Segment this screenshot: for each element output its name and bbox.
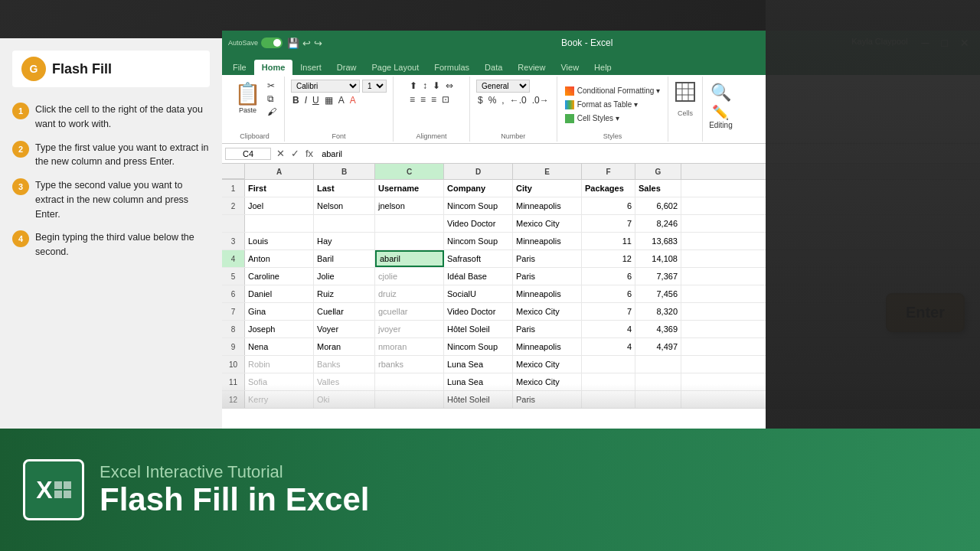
percent-button[interactable]: % xyxy=(487,94,498,106)
cell-g5[interactable]: 7,367 xyxy=(635,268,681,285)
cell-a11[interactable]: Sofia xyxy=(245,373,314,390)
cell-b3[interactable]: Hay xyxy=(314,233,375,249)
underline-button[interactable]: U xyxy=(311,94,321,106)
cell-d11[interactable]: Luna Sea xyxy=(444,373,513,390)
cell-b5[interactable]: Jolie xyxy=(314,268,375,285)
tab-insert[interactable]: Insert xyxy=(292,60,329,75)
redo-icon[interactable]: ↪ xyxy=(314,37,322,49)
cell-a5[interactable]: Caroline xyxy=(245,268,314,285)
cell-c7[interactable]: gcuellar xyxy=(375,303,444,320)
cell-d9[interactable]: Nincom Soup xyxy=(444,338,513,355)
cell-a8[interactable]: Joseph xyxy=(245,321,314,337)
cell-g8[interactable]: 4,369 xyxy=(635,321,681,337)
align-left-button[interactable]: ≡ xyxy=(408,93,416,106)
cell-e11[interactable]: Mexico City xyxy=(513,373,582,390)
cell-e2b[interactable]: Mexico City xyxy=(513,215,582,232)
cell-a2b[interactable] xyxy=(245,215,314,232)
tab-view[interactable]: View xyxy=(553,60,586,75)
cell-g6[interactable]: 7,456 xyxy=(635,285,681,302)
cell-f5[interactable]: 6 xyxy=(582,268,635,285)
cell-f3[interactable]: 11 xyxy=(582,233,635,249)
cell-b11[interactable]: Valles xyxy=(314,373,375,390)
cell-e4[interactable]: Paris xyxy=(513,250,582,267)
wrap-text-button[interactable]: ⇔ xyxy=(444,80,455,92)
cell-e2[interactable]: Minneapolis xyxy=(513,197,582,214)
decrease-decimal-button[interactable]: ←.0 xyxy=(508,94,528,106)
cell-reference-input[interactable] xyxy=(225,148,271,160)
cell-e7[interactable]: Mexico City xyxy=(513,303,582,320)
cell-g7[interactable]: 8,320 xyxy=(635,303,681,320)
cancel-formula-button[interactable]: ✕ xyxy=(274,148,287,159)
autosave-toggle[interactable] xyxy=(261,37,283,48)
undo-icon[interactable]: ↩ xyxy=(302,37,311,49)
cell-d1[interactable]: Company xyxy=(444,180,513,197)
tab-home[interactable]: Home xyxy=(254,60,293,75)
cell-g1[interactable]: Sales xyxy=(635,180,681,197)
fill-color-button[interactable]: A xyxy=(337,94,346,106)
col-header-e[interactable]: E xyxy=(513,164,582,179)
comma-button[interactable]: , xyxy=(500,94,505,106)
conditional-formatting-button[interactable]: Conditional Formatting ▾ xyxy=(562,86,663,96)
cell-a4[interactable]: Anton xyxy=(245,250,314,267)
align-right-button[interactable]: ≡ xyxy=(430,93,438,106)
cell-e12[interactable]: Paris xyxy=(513,391,582,408)
number-format-select[interactable]: General xyxy=(476,80,530,93)
paste-button[interactable]: 📋 Paste xyxy=(231,80,264,116)
cell-c2[interactable]: jnelson xyxy=(375,197,444,214)
cell-e10[interactable]: Mexico City xyxy=(513,356,582,373)
bold-button[interactable]: B xyxy=(291,94,301,106)
cell-g3[interactable]: 13,683 xyxy=(635,233,681,249)
cell-f9[interactable]: 4 xyxy=(582,338,635,355)
cell-b12[interactable]: Oki xyxy=(314,391,375,408)
cell-g10[interactable] xyxy=(635,356,681,373)
border-button[interactable]: ▦ xyxy=(323,94,335,106)
cell-f2b[interactable]: 7 xyxy=(582,215,635,232)
cell-a9[interactable]: Nena xyxy=(245,338,314,355)
cell-a12[interactable]: Kerry xyxy=(245,391,314,408)
cell-d6[interactable]: SocialU xyxy=(444,285,513,302)
cell-c8[interactable]: jvoyer xyxy=(375,321,444,337)
cell-a7[interactable]: Gina xyxy=(245,303,314,320)
cell-c9[interactable]: nmoran xyxy=(375,338,444,355)
cell-f6[interactable]: 6 xyxy=(582,285,635,302)
col-header-g[interactable]: G xyxy=(635,164,681,179)
cell-e1[interactable]: City xyxy=(513,180,582,197)
cell-a10[interactable]: Robin xyxy=(245,356,314,373)
cell-b7[interactable]: Cuellar xyxy=(314,303,375,320)
cell-d8[interactable]: Hôtel Soleil xyxy=(444,321,513,337)
col-header-b[interactable]: B xyxy=(314,164,375,179)
cell-f7[interactable]: 7 xyxy=(582,303,635,320)
cell-d7[interactable]: Video Doctor xyxy=(444,303,513,320)
cell-e3[interactable]: Minneapolis xyxy=(513,233,582,249)
save-icon[interactable]: 💾 xyxy=(287,37,299,49)
cell-b4[interactable]: Baril xyxy=(314,250,375,267)
align-middle-icon[interactable]: ↕ xyxy=(421,80,429,92)
merge-button[interactable]: ⊡ xyxy=(440,93,451,106)
col-header-f[interactable]: F xyxy=(582,164,635,179)
copy-icon[interactable]: ⧉ xyxy=(266,93,278,105)
cell-d3[interactable]: Nincom Soup xyxy=(444,233,513,249)
cell-styles-button[interactable]: Cell Styles ▾ xyxy=(562,113,663,124)
tab-review[interactable]: Review xyxy=(510,60,553,75)
cell-b6[interactable]: Ruiz xyxy=(314,285,375,302)
cell-f8[interactable]: 4 xyxy=(582,321,635,337)
tab-file[interactable]: File xyxy=(225,60,254,75)
cell-b2b[interactable] xyxy=(314,215,375,232)
cell-g2[interactable]: 6,602 xyxy=(635,197,681,214)
align-top-icon[interactable]: ⬆ xyxy=(408,80,419,92)
cell-g11[interactable] xyxy=(635,373,681,390)
tab-formulas[interactable]: Formulas xyxy=(426,60,477,75)
cell-a6[interactable]: Daniel xyxy=(245,285,314,302)
cell-f12[interactable] xyxy=(582,391,635,408)
cell-e9[interactable]: Minneapolis xyxy=(513,338,582,355)
tab-data[interactable]: Data xyxy=(477,60,510,75)
cell-g12[interactable] xyxy=(635,391,681,408)
tab-draw[interactable]: Draw xyxy=(329,60,364,75)
cell-e6[interactable]: Minneapolis xyxy=(513,285,582,302)
cell-f4[interactable]: 12 xyxy=(582,250,635,267)
cell-d4[interactable]: Safrasoft xyxy=(444,250,513,267)
align-center-button[interactable]: ≡ xyxy=(419,93,427,106)
cell-c12[interactable] xyxy=(375,391,444,408)
cell-b10[interactable]: Banks xyxy=(314,356,375,373)
cell-f1[interactable]: Packages xyxy=(582,180,635,197)
